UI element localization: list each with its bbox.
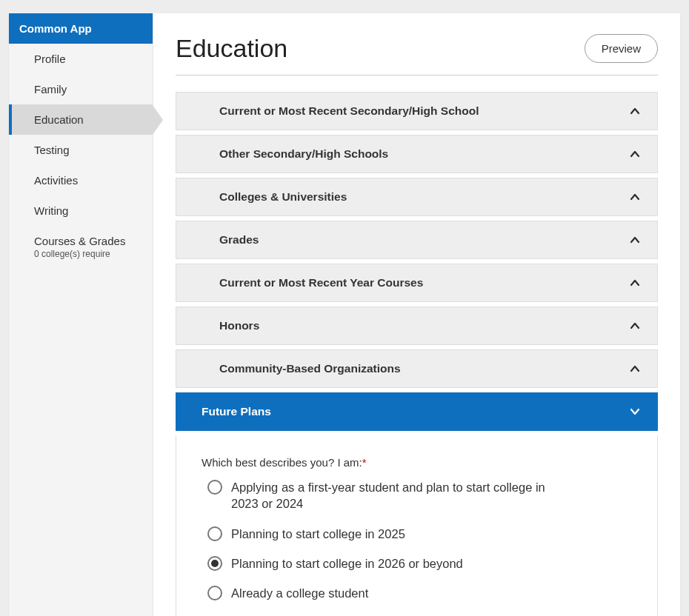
radio-label: Applying as a first-year student and pla… [231,479,572,512]
sidebar-item-activities[interactable]: Activities [9,165,153,195]
chevron-up-icon [629,191,641,203]
chevron-down-icon [629,406,641,418]
accordion-header-honors[interactable]: Honors [176,307,658,345]
accordion-header-future-plans[interactable]: Future Plans [176,392,658,431]
accordion-header-community-based-organizations[interactable]: Community-Based Organizations [176,349,658,388]
sidebar-item-courses-grades[interactable]: Courses & Grades0 college(s) require [9,226,153,268]
accordion-header-other-secondary-high-schools[interactable]: Other Secondary/High Schools [176,135,658,173]
radio-option-2[interactable]: Planning to start college in 2026 or bey… [207,555,632,572]
future-plans-panel: Which best describes you? I am:*Applying… [176,435,658,616]
sidebar-item-subtext: 0 college(s) require [34,249,142,259]
sidebar-item-label: Courses & Grades [34,235,142,247]
radio-label: Planning to start college in 2025 [231,526,405,542]
sidebar-item-profile[interactable]: Profile [9,44,153,74]
sidebar-item-writing[interactable]: Writing [9,195,153,226]
question-label: Which best describes you? I am:* [202,456,632,469]
required-mark: * [362,456,367,469]
accordion-title: Community-Based Organizations [219,362,401,375]
sidebar-header: Common App [9,13,153,44]
sidebar-item-label: Writing [34,204,142,217]
radio-option-0[interactable]: Applying as a first-year student and pla… [207,479,632,512]
sidebar-item-label: Family [34,83,142,96]
sidebar-item-label: Activities [34,174,142,187]
sidebar-item-label: Testing [34,144,142,156]
accordion-title: Honors [219,319,259,332]
main-content: Education Preview Current or Most Recent… [153,13,680,616]
radio-button[interactable] [207,556,222,571]
radio-button[interactable] [207,526,222,541]
accordion-header-current-or-most-recent-year-courses[interactable]: Current or Most Recent Year Courses [176,264,658,302]
sidebar-item-label: Education [34,113,142,126]
sidebar-item-family[interactable]: Family [9,74,153,104]
accordion-header-colleges-universities[interactable]: Colleges & Universities [176,178,658,216]
radio-button[interactable] [207,480,222,495]
accordion-title: Current or Most Recent Year Courses [219,276,423,289]
sidebar-item-testing[interactable]: Testing [9,135,153,165]
radio-option-1[interactable]: Planning to start college in 2025 [207,526,632,542]
preview-button[interactable]: Preview [585,34,658,63]
accordion-title: Other Secondary/High Schools [219,147,388,161]
radio-label: Already a college student [231,585,368,601]
page-title: Education [176,34,287,63]
chevron-up-icon [629,148,641,160]
chevron-up-icon [629,277,641,289]
accordion-title: Colleges & Universities [219,190,347,204]
chevron-up-icon [629,320,641,332]
radio-button[interactable] [207,586,222,600]
accordion-title: Grades [219,233,259,247]
chevron-up-icon [629,105,641,117]
accordion-header-grades[interactable]: Grades [176,221,658,259]
sidebar: Common App ProfileFamilyEducationTesting… [9,13,153,616]
chevron-up-icon [629,234,641,246]
accordion-header-current-or-most-recent-secondary-high-school[interactable]: Current or Most Recent Secondary/High Sc… [176,92,658,130]
sidebar-item-education[interactable]: Education [9,104,153,135]
accordion-title: Future Plans [202,405,271,418]
radio-label: Planning to start college in 2026 or bey… [231,555,463,572]
accordion-title: Current or Most Recent Secondary/High Sc… [219,104,479,118]
radio-option-3[interactable]: Already a college student [207,585,632,601]
sidebar-item-label: Profile [34,53,142,65]
chevron-up-icon [629,363,641,375]
